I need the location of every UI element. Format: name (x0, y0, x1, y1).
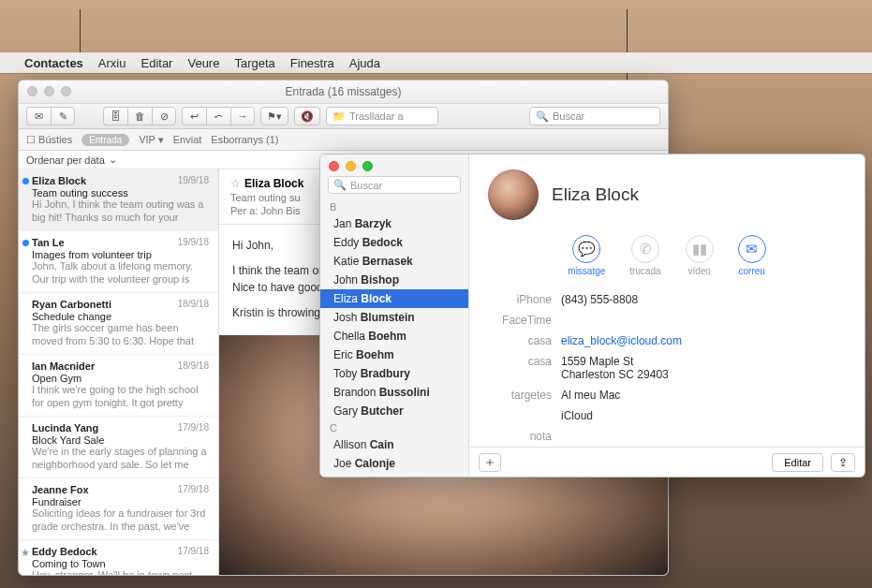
search-icon: 🔍 (536, 110, 549, 123)
move-to-label: Traslladar a (349, 110, 404, 122)
minimize-icon[interactable] (346, 161, 356, 171)
field-label: casa (488, 334, 561, 347)
compose-button[interactable]: ✎ (51, 107, 75, 125)
contact-list-item[interactable]: Toby Bradbury (320, 364, 468, 383)
field-label: FaceTime (488, 314, 561, 327)
share-button[interactable]: ⇪ (831, 453, 855, 472)
junk-button[interactable]: ⊘ (152, 107, 176, 125)
star-icon[interactable]: ☆ (230, 177, 241, 190)
message-row[interactable]: Lucinda Yang17/9/18Block Yard SaleWe're … (19, 417, 218, 478)
mute-button[interactable]: 🔇 (294, 107, 320, 125)
message-date: 19/9/18 (178, 175, 209, 185)
flag-button[interactable]: ⚑▾ (260, 107, 288, 125)
message-date: 17/9/18 (178, 422, 209, 433)
contact-list-item[interactable]: Josh Blumstein (320, 308, 468, 327)
menubar: Contactes Arxiu Editar Veure Targeta Fin… (0, 52, 872, 73)
message-preview: I think we're going to the high school f… (32, 384, 209, 410)
mail-search-field[interactable]: 🔍 Buscar (529, 107, 660, 125)
forward-button[interactable]: → (230, 107, 255, 125)
contact-list-item[interactable]: Jan Barzyk (320, 214, 468, 233)
mail-window-title: Entrada (16 missatges) (19, 81, 668, 104)
zoom-icon[interactable] (61, 86, 71, 96)
contacts-search-field[interactable]: 🔍 Buscar (328, 176, 461, 194)
zoom-icon[interactable] (362, 161, 373, 171)
field-value[interactable]: (843) 555-8808 (561, 293, 638, 306)
search-icon: 🔍 (333, 179, 347, 191)
get-mail-button[interactable]: ✉ (26, 107, 51, 125)
message-row[interactable]: Tan Le19/9/18Images from volunteer tripJ… (19, 231, 218, 293)
contact-list-item[interactable]: Chella Boehm (320, 327, 468, 345)
contact-list-item[interactable]: Eliza Block (320, 289, 468, 308)
message-subject: Open Gym (32, 373, 209, 384)
contact-list-item[interactable]: John Bishop (320, 271, 468, 289)
field-value: Al meu Mac (561, 389, 620, 402)
message-subject: Schedule change (32, 311, 209, 322)
tab-inbox[interactable]: Entrada (81, 134, 129, 146)
menubar-item[interactable]: Ajuda (349, 56, 380, 70)
menubar-item[interactable]: Veure (187, 56, 219, 70)
contact-list-item[interactable]: Gary Butcher (320, 402, 468, 420)
message-from: Eliza Block (244, 177, 303, 190)
message-preview: John, Talk about a lifelong memory. Our … (32, 260, 209, 287)
unread-dot-icon (22, 240, 29, 246)
message-row[interactable]: Ryan Carbonetti18/9/18Schedule changeThe… (19, 293, 218, 355)
call-action[interactable]: ✆trucada (629, 235, 660, 276)
contact-card: Eliza Block 💬missatge ✆trucada ▮▮vídeo ✉… (469, 154, 865, 477)
menubar-app[interactable]: Contactes (24, 56, 83, 70)
mail-toolbar: ✉ ✎ 🗄 🗑 ⊘ ↩ ⤺ → ⚑▾ 🔇 📁 Traslladar a 🔍 Bu… (19, 104, 668, 129)
delete-button[interactable]: 🗑 (127, 107, 152, 125)
video-action[interactable]: ▮▮vídeo (686, 235, 714, 276)
contacts-window: 🔍 Buscar BJan BarzykEddy BedockKatie Ber… (319, 154, 865, 478)
contact-list-item[interactable]: Eddy Bedock (320, 233, 468, 252)
contact-list-item[interactable]: Allison Cain (320, 435, 468, 454)
close-icon[interactable] (329, 161, 339, 171)
mail-action[interactable]: ✉correu (738, 235, 766, 276)
field-value[interactable]: 1559 Maple StCharleston SC 29403 (561, 355, 669, 381)
contact-list-item[interactable]: Eric Boehm (320, 345, 468, 364)
menubar-item[interactable]: Editar (140, 56, 172, 70)
message-list: Eliza Block19/9/18Team outing successHi … (19, 169, 219, 575)
contact-name: Eliza Block (552, 184, 639, 205)
message-row[interactable]: Eliza Block19/9/18Team outing successHi … (19, 169, 218, 231)
contacts-sidebar: 🔍 Buscar BJan BarzykEddy BedockKatie Ber… (320, 154, 469, 477)
contact-list-item[interactable]: Katie Bernasek (320, 252, 468, 271)
menubar-item[interactable]: Finestra (290, 56, 334, 70)
reply-button[interactable]: ↩ (182, 107, 206, 125)
mail-favorites-bar: ☐ Bústies Entrada VIP ▾ Enviat Esborrany… (19, 129, 668, 151)
menubar-item[interactable]: Targeta (234, 56, 274, 70)
message-row[interactable]: Ian Macnider18/9/18Open GymI think we're… (19, 355, 218, 417)
contact-list-item[interactable]: Brandon Bussolini (320, 383, 468, 402)
message-subject: Images from volunteer trip (32, 249, 209, 260)
message-row[interactable]: ★Eddy Bedock17/9/18Coming to TownHey, st… (19, 540, 218, 575)
field-value[interactable]: eliza_block@icloud.com (561, 334, 682, 347)
minimize-icon[interactable] (44, 86, 54, 96)
reply-all-button[interactable]: ⤺ (206, 107, 230, 125)
field-label: nota (488, 430, 561, 443)
message-date: 18/9/18 (178, 299, 209, 309)
mail-traffic-lights (27, 86, 71, 96)
mailboxes-toggle[interactable]: ☐ Bústies (26, 134, 72, 146)
close-icon[interactable] (27, 86, 37, 96)
phone-icon: ✆ (640, 241, 652, 257)
contact-card-footer: ＋ Editar ⇪ (469, 447, 865, 477)
message-preview: Soliciting ideas for a fundraiser for 3r… (32, 507, 209, 534)
message-preview: The girls soccer game has been moved fro… (32, 322, 209, 348)
archive-button[interactable]: 🗄 (103, 107, 127, 125)
search-placeholder: Buscar (350, 180, 382, 191)
message-subject: Coming to Town (32, 558, 209, 569)
field-label: targetes (488, 389, 561, 402)
message-action[interactable]: 💬missatge (568, 235, 605, 276)
move-to-field[interactable]: 📁 Traslladar a (326, 107, 438, 125)
tab-vip[interactable]: VIP ▾ (139, 134, 164, 146)
add-button[interactable]: ＋ (479, 453, 501, 472)
menubar-item[interactable]: Arxiu (98, 56, 126, 70)
tab-drafts[interactable]: Esborranys (1) (211, 134, 278, 145)
callout-line (80, 9, 81, 52)
message-row[interactable]: Jeanne Fox17/9/18FundraiserSoliciting id… (19, 478, 218, 540)
mail-icon: ✉ (746, 241, 758, 257)
sort-label: Ordenar per data (26, 154, 105, 166)
message-preview: We're in the early stages of planning a … (32, 446, 209, 472)
tab-sent[interactable]: Enviat (173, 134, 202, 145)
edit-button[interactable]: Editar (772, 453, 823, 472)
contact-list-item[interactable]: Joe Calonje (320, 454, 468, 473)
